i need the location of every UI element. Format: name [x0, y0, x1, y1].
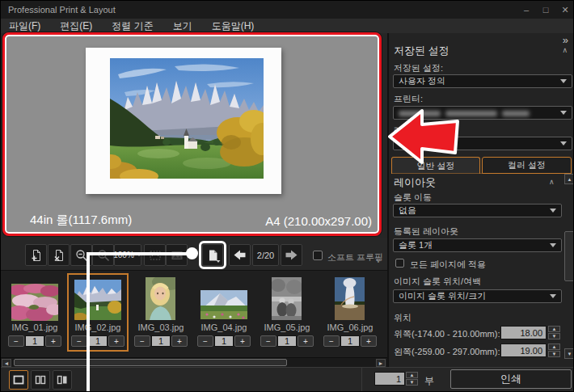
scroll-up-icon[interactable]: ▲: [564, 174, 574, 184]
thumbnail-image-meadow[interactable]: [200, 290, 247, 319]
spin-down-icon[interactable]: ▼: [406, 379, 418, 386]
saved-settings-header[interactable]: 저장된 설정: [394, 44, 449, 58]
image-view-icon: [171, 249, 184, 262]
zoom-out-button[interactable]: [70, 244, 92, 266]
menu-help[interactable]: 도움말(H): [212, 19, 255, 33]
soft-proofing-checkbox[interactable]: [313, 251, 323, 260]
page-view-toggle-button[interactable]: [202, 244, 223, 266]
decrement-button[interactable]: −: [197, 335, 213, 347]
chevron-up-icon[interactable]: ∧: [562, 46, 568, 54]
spin-up-icon[interactable]: ▲: [406, 372, 418, 378]
left-position-label: 왼쪽(-259.00 - 297.00mm):: [394, 346, 500, 358]
copy-count-stepper: − 1 +: [255, 335, 319, 347]
increment-button[interactable]: +: [361, 335, 377, 347]
decrement-button[interactable]: −: [134, 335, 150, 347]
menu-file[interactable]: 파일(F): [9, 19, 40, 33]
spin-up-icon[interactable]: ▲: [548, 326, 560, 332]
chevron-up-icon[interactable]: ∧: [549, 178, 555, 186]
scrollbar-thumb[interactable]: [14, 359, 287, 366]
thumbnail-item[interactable]: IMG_06.jpg − 1 +: [319, 272, 382, 353]
increment-button[interactable]: +: [45, 335, 61, 347]
thumbnail-filename: IMG_04.jpg: [192, 322, 255, 332]
image-slot-position-value: 이미지 슬롯 위치/크기: [399, 290, 486, 302]
delete-page-button[interactable]: [48, 244, 70, 266]
print-button[interactable]: 인쇄: [450, 369, 572, 389]
tab-general-settings[interactable]: 일반 설정: [391, 157, 480, 174]
fit-to-window-button[interactable]: [144, 244, 166, 266]
layout-mode-value: 단일 위치: [399, 137, 437, 150]
close-icon[interactable]: ✕: [555, 1, 574, 19]
copy-count-value[interactable]: 1: [277, 335, 297, 347]
tab-color-settings[interactable]: 컬러 설정: [482, 157, 572, 174]
panel-collapse-icon[interactable]: »: [563, 34, 568, 46]
saved-settings-dropdown[interactable]: 사용자 정의: [393, 74, 572, 88]
increment-button[interactable]: +: [171, 335, 188, 347]
print-preview-area[interactable]: 44in 롤(1117.6mm) A4 (210.00x297.00): [5, 35, 379, 234]
layout-mode-dropdown[interactable]: 단일 위치: [393, 137, 572, 150]
menu-sort[interactable]: 정렬 기준: [112, 19, 153, 33]
window-controls: – □ ✕: [517, 1, 574, 19]
copy-count-stepper: − 1 +: [192, 335, 255, 347]
image-slot-position-dropdown[interactable]: 이미지 슬롯 위치/크기: [393, 289, 562, 303]
soft-proofing-label: 소프트 프루핑: [327, 251, 383, 263]
printer-dropdown[interactable]: [393, 106, 572, 120]
scroll-down-icon[interactable]: ▼: [564, 348, 574, 359]
strip-collapse-icon[interactable]: ∨: [376, 257, 381, 264]
view-single-button[interactable]: [9, 370, 28, 390]
thumbnail-image-children-bw[interactable]: [272, 277, 302, 320]
thumbnail-item[interactable]: IMG_04.jpg − 1 +: [192, 272, 255, 353]
layout-photo[interactable]: [110, 58, 264, 179]
copy-count-value[interactable]: 1: [25, 335, 44, 347]
paper-preview[interactable]: [86, 48, 281, 194]
increment-button[interactable]: +: [234, 335, 251, 347]
copy-count-value[interactable]: 1: [340, 335, 360, 347]
thumbnail-item[interactable]: IMG_05.jpg − 1 +: [255, 272, 319, 353]
thumbnail-item[interactable]: IMG_01.jpg − 1 +: [3, 272, 66, 353]
saved-settings-label: 저장된 설정:: [394, 62, 443, 74]
apply-all-pages-checkbox[interactable]: [395, 259, 404, 268]
decrement-button[interactable]: −: [260, 335, 276, 347]
layout-mode-label: 레이아웃 모드:: [394, 124, 452, 137]
fit-to-window-icon: [149, 249, 162, 262]
copy-count-value[interactable]: 1: [214, 335, 234, 347]
zoom-level-dropdown[interactable]: 100%: [114, 244, 141, 266]
maximize-icon[interactable]: □: [536, 1, 555, 19]
slot-move-dropdown[interactable]: 없음: [393, 204, 562, 217]
menu-view[interactable]: 보기: [173, 19, 192, 33]
copies-input[interactable]: 1: [374, 372, 405, 386]
split-view-icon: [34, 373, 47, 386]
zoom-in-button[interactable]: [92, 244, 114, 266]
panel-scrollbar[interactable]: ▲ ▼: [564, 174, 574, 360]
thumbnail-image-geyser[interactable]: [335, 277, 365, 320]
next-page-button[interactable]: [281, 244, 302, 266]
split-right-view-icon: [56, 373, 69, 386]
thumbnail-item[interactable]: IMG_03.jpg − 1 +: [129, 272, 192, 353]
copy-count-value[interactable]: 1: [151, 335, 171, 347]
spin-down-icon[interactable]: ▼: [548, 351, 560, 357]
decrement-button[interactable]: −: [8, 335, 24, 347]
decrement-button[interactable]: −: [323, 335, 340, 347]
chevron-down-icon: [560, 111, 567, 115]
scroll-left-icon[interactable]: ◄: [2, 359, 11, 367]
scroll-right-icon[interactable]: ►: [376, 359, 386, 367]
view-split-right-button[interactable]: [53, 370, 72, 390]
thumbnail-image-flowers[interactable]: [11, 284, 58, 321]
minimize-icon[interactable]: –: [517, 1, 536, 19]
left-position-input[interactable]: 19.00: [500, 344, 547, 357]
image-view-button[interactable]: [166, 244, 188, 266]
previous-page-button[interactable]: [229, 244, 251, 266]
top-position-input[interactable]: 18.00: [500, 326, 547, 339]
view-split-button[interactable]: [31, 370, 50, 390]
scrollbar-thumb[interactable]: [564, 231, 574, 281]
paper-size-label: A4 (210.00x297.00): [265, 214, 372, 228]
slot-move-value: 없음: [399, 204, 416, 217]
menu-edit[interactable]: 편집(E): [60, 19, 92, 33]
thumbnail-scrollbar[interactable]: ◄ ►: [1, 357, 387, 367]
add-page-button[interactable]: [25, 244, 47, 266]
layout-section-header[interactable]: 레이아웃: [394, 175, 436, 190]
thumbnail-image-girl[interactable]: [146, 277, 175, 320]
spin-up-icon[interactable]: ▲: [548, 344, 560, 350]
registered-layout-dropdown[interactable]: 슬롯 1개: [393, 238, 562, 252]
spin-down-icon[interactable]: ▼: [548, 333, 560, 339]
increment-button[interactable]: +: [298, 335, 314, 347]
